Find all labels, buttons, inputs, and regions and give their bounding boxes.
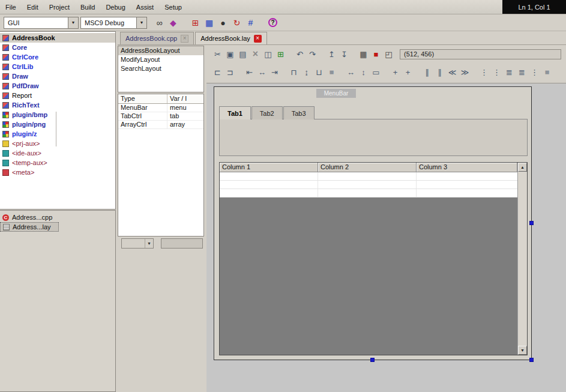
package-core[interactable]: Core	[0, 43, 115, 52]
layout-addressbooklayout[interactable]: AddressBookLayout	[118, 46, 203, 55]
item-row[interactable]: ArrayCtrl array	[118, 121, 203, 129]
selection-handle-right[interactable]	[529, 221, 534, 225]
glasses-icon[interactable]: ∞	[152, 16, 166, 29]
layout-property-box[interactable]	[161, 238, 203, 249]
chevron-down-icon[interactable]: ▼	[145, 239, 153, 248]
tabctrl-pane[interactable]	[219, 119, 528, 156]
tab-addressbook-lay[interactable]: AddressBook.lay ×	[195, 32, 267, 44]
ink-icon[interactable]: ●	[216, 16, 230, 29]
column-header[interactable]: Column 2	[318, 163, 417, 172]
scroll-down-icon[interactable]: ▼	[518, 346, 527, 355]
main-config-combo[interactable]: GUI ▼	[4, 17, 79, 29]
pack-bottom-icon[interactable]: ≡	[541, 66, 553, 78]
file-addressbook-cpp[interactable]: Address...cpp	[0, 213, 59, 222]
center-in-parent-h-icon[interactable]: +	[389, 66, 402, 78]
package-ide-aux[interactable]: <ide-aux>	[0, 148, 115, 158]
center-vertical-icon[interactable]: ↨	[300, 66, 313, 78]
cut-icon[interactable]: ✂	[211, 48, 224, 60]
menubar-control[interactable]: MenuBar	[316, 89, 356, 98]
color-swatch-icon[interactable]: ■	[370, 48, 382, 60]
package-ctrlcore[interactable]: CtrlCore	[0, 52, 115, 62]
paste-icon[interactable]: ▤	[236, 48, 249, 60]
menu-build[interactable]: Build	[75, 0, 100, 14]
distribute-vertical-2-icon[interactable]: ≣	[516, 66, 528, 78]
refresh-icon[interactable]: ↻	[230, 16, 244, 29]
move-up-icon[interactable]: ↥	[325, 48, 338, 60]
column-header[interactable]: Column 1	[220, 163, 318, 172]
design-tab-3[interactable]: Tab3	[283, 106, 315, 119]
item-table-header[interactable]: Type	[118, 94, 167, 103]
pack-right-icon[interactable]: ≫	[459, 66, 471, 78]
selection-handle-bottom[interactable]	[370, 358, 375, 362]
designer-canvas[interactable]: MenuBar Tab1Tab2Tab3 Column 1Column 2Col…	[206, 83, 566, 392]
array-scrollbar[interactable]: ▲ ▼	[517, 163, 527, 355]
close-tab-icon[interactable]: ×	[181, 35, 188, 43]
item-table-header[interactable]: Var / l	[167, 94, 203, 103]
layout-property-combo[interactable]: ▼	[121, 238, 154, 249]
pack-top-icon[interactable]: ⋮	[528, 66, 541, 78]
tabctrl-control[interactable]: Tab1Tab2Tab3	[219, 106, 528, 157]
center-horizontal-icon[interactable]: ↔	[256, 66, 268, 78]
scroll-up-icon[interactable]: ▲	[518, 163, 527, 172]
package-richtext[interactable]: RichText	[0, 100, 115, 110]
space-horizontal-icon[interactable]: ∥	[421, 66, 433, 78]
close-tab-icon[interactable]: ×	[254, 35, 262, 43]
chevron-down-icon[interactable]: ▼	[136, 17, 146, 28]
move-down-icon[interactable]: ↧	[338, 48, 351, 60]
chevron-down-icon[interactable]: ▼	[68, 17, 78, 28]
item-row[interactable]: TabCtrl tab	[118, 112, 203, 121]
arrayctrl-control[interactable]: Column 1Column 2Column 3	[219, 162, 528, 355]
align-right-icon[interactable]: ⇥	[268, 66, 281, 78]
package-ctrllib[interactable]: CtrlLib	[0, 62, 115, 71]
package-prj-aux[interactable]: <prj-aux>	[0, 139, 115, 148]
menu-assist[interactable]: Assist	[131, 0, 159, 14]
align-baseline-icon[interactable]: ≡	[325, 66, 338, 78]
pack-left-icon[interactable]: ≪	[446, 66, 459, 78]
menu-project[interactable]: Project	[44, 0, 75, 14]
align-left-icon[interactable]: ⇤	[243, 66, 256, 78]
design-tab-2[interactable]: Tab2	[251, 106, 283, 119]
item-row[interactable]: MenuBar menu	[118, 104, 203, 112]
undo-icon[interactable]: ↶	[294, 48, 306, 60]
align-left-edge-icon[interactable]: ⊏	[211, 66, 224, 78]
layout-dialog[interactable]: MenuBar Tab1Tab2Tab3 Column 1Column 2Col…	[214, 86, 532, 360]
space-equal-vertical-icon[interactable]: ⋮	[490, 66, 503, 78]
space-equal-horizontal-icon[interactable]: ∥	[433, 66, 446, 78]
build-method-combo[interactable]: MSC9 Debug ▼	[80, 17, 147, 29]
same-height-icon[interactable]: ↕	[357, 66, 370, 78]
scrollbar-track[interactable]	[518, 172, 527, 346]
sync-packages-icon[interactable]: ⊞	[188, 16, 202, 29]
package-plugin-bmp[interactable]: plugin/bmp	[0, 110, 115, 119]
center-in-parent-v-icon[interactable]: +	[402, 66, 414, 78]
tab-addressbook-cpp[interactable]: AddressBook.cpp ×	[120, 32, 194, 44]
menu-debug[interactable]: Debug	[100, 0, 130, 14]
grid-icon[interactable]: ▦	[357, 48, 370, 60]
space-vertical-icon[interactable]: ⋮	[478, 66, 490, 78]
package-meta[interactable]: <meta>	[0, 167, 115, 177]
file-addressbook-lay[interactable]: Address...lay	[0, 222, 59, 232]
package-addressbook[interactable]: AddressBook	[0, 33, 115, 43]
menu-file[interactable]: File	[0, 0, 22, 14]
copy-icon[interactable]: ▣	[224, 48, 236, 60]
same-width-icon[interactable]: ↔	[345, 66, 357, 78]
preview-layout-icon[interactable]: ◰	[382, 48, 395, 60]
layout-modifylayout[interactable]: ModifyLayout	[118, 55, 203, 64]
distribute-vertical-icon[interactable]: ≣	[503, 66, 516, 78]
layout-searchlayout[interactable]: SearchLayout	[118, 64, 203, 73]
align-top-icon[interactable]: ⊓	[288, 66, 300, 78]
insert-item-icon[interactable]: ⊞	[274, 48, 287, 60]
duplicate-icon[interactable]: ◫	[262, 48, 274, 60]
hash-icon[interactable]: #	[244, 16, 257, 29]
align-right-edge-icon[interactable]: ⊐	[224, 66, 236, 78]
menu-edit[interactable]: Edit	[22, 0, 44, 14]
package-report[interactable]: Report	[0, 91, 115, 100]
package-plugin-png[interactable]: plugin/png	[0, 119, 115, 129]
palette-icon[interactable]: ◆	[166, 16, 180, 29]
same-size-icon[interactable]: ▭	[370, 66, 382, 78]
menu-setup[interactable]: Setup	[159, 0, 187, 14]
selection-handle-corner[interactable]	[529, 358, 534, 362]
redo-icon[interactable]: ↷	[306, 48, 319, 60]
calendar-icon[interactable]: ▦	[202, 16, 216, 29]
package-pdfdraw[interactable]: PdfDraw	[0, 81, 115, 91]
package-plugin-z[interactable]: plugin/z	[0, 129, 115, 139]
